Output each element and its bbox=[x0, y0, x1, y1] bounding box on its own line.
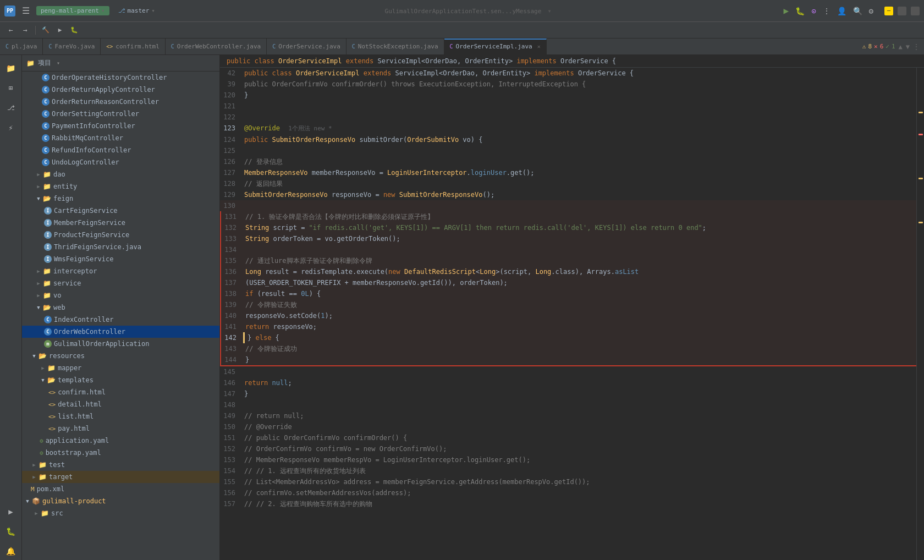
tab-notstockex[interactable]: C NotStockException.java bbox=[346, 39, 444, 55]
maximize-button[interactable]: □ bbox=[898, 7, 906, 15]
close-button[interactable]: ✕ bbox=[911, 7, 920, 15]
tree-item-RabbitMqController[interactable]: C RabbitMqController bbox=[22, 132, 219, 144]
tree-item-pom[interactable]: M pom.xml bbox=[22, 483, 219, 495]
forward-button[interactable]: → bbox=[19, 24, 32, 37]
run-icon[interactable]: ▶ bbox=[783, 6, 789, 16]
line-content: // List<MemberAddressVo> address = membe… bbox=[242, 476, 916, 487]
line-content: // 1. 验证令牌是否合法【令牌的对比和删除必须保证原子性】 bbox=[243, 211, 916, 222]
tab-label: FareVo.java bbox=[54, 43, 95, 50]
tab-close-icon[interactable]: ✕ bbox=[537, 43, 541, 50]
tree-item-UndoLogController[interactable]: C UndoLogController bbox=[22, 156, 219, 168]
tree-item-web[interactable]: ▼ 📂 web bbox=[22, 301, 219, 314]
project-icon[interactable]: 📁 bbox=[2, 59, 20, 77]
line-number: 143 bbox=[221, 343, 243, 354]
coverage-icon[interactable]: ⊙ bbox=[811, 7, 816, 15]
tree-item-list-html[interactable]: <> list.html bbox=[22, 410, 219, 422]
line-number: 134 bbox=[221, 244, 243, 255]
tab-pl-java[interactable]: C pl.java bbox=[0, 39, 43, 55]
tree-item-OrderSettingController[interactable]: C OrderSettingController bbox=[22, 108, 219, 120]
tree-item-OrderReturnApplyController[interactable]: C OrderReturnApplyController bbox=[22, 84, 219, 96]
tree-item-ThridFeignService[interactable]: I ThridFeignService.java bbox=[22, 241, 219, 253]
line-content: // OrderConfirmVo confirmVo = new OrderC… bbox=[242, 443, 916, 454]
tree-item-OrderWebController[interactable]: C OrderWebController bbox=[22, 326, 219, 338]
tree-item-application-yaml[interactable]: ⚙ application.yaml bbox=[22, 435, 219, 447]
structure-icon[interactable]: ⊞ bbox=[2, 79, 20, 97]
tree-item-MemberFeignService[interactable]: I MemberFeignService bbox=[22, 217, 219, 229]
tree-item-templates[interactable]: ▼ 📂 templates bbox=[22, 374, 219, 386]
tree-label: OrderReturnReasonController bbox=[52, 98, 159, 106]
minimize-button[interactable]: ─ bbox=[884, 7, 893, 15]
code-line-154: 154 // // 1. 远程查询所有的收货地址列表 bbox=[220, 465, 916, 476]
line-content bbox=[242, 200, 916, 211]
run-config-icon[interactable]: ▶ bbox=[53, 24, 67, 37]
tree-item-bootstrap-yaml[interactable]: ⚙ bootstrap.yaml bbox=[22, 447, 219, 459]
tree-item-IndexController[interactable]: C IndexController bbox=[22, 314, 219, 326]
tree-label: gulimall-product bbox=[42, 497, 106, 505]
tree-label: OrderSettingController bbox=[52, 110, 139, 118]
code-line-134: 134 bbox=[220, 244, 916, 255]
branch-badge[interactable]: ⎇ master ▾ bbox=[118, 7, 155, 14]
tree-item-service[interactable]: ▶ 📁 service bbox=[22, 277, 219, 289]
tab-orderwebctrl[interactable]: C OrderWebController.java bbox=[166, 39, 267, 55]
tree-item-resources[interactable]: ▼ 📂 resources bbox=[22, 350, 219, 362]
notifications-icon[interactable]: 🔔 bbox=[2, 542, 20, 560]
tree-item-pay-html[interactable]: <> pay.html bbox=[22, 422, 219, 435]
interface-icon: I bbox=[44, 207, 52, 215]
tree-item-mapper[interactable]: ▶ 📁 mapper bbox=[22, 362, 219, 374]
yaml-file-icon: ⚙ bbox=[40, 449, 43, 457]
tab-bar: C pl.java C FareVo.java <> confirm.html … bbox=[0, 39, 924, 55]
settings-icon[interactable]: ⚙ bbox=[869, 7, 873, 15]
tab-orderserviceimpl[interactable]: C OrderServiceImpl.java ✕ bbox=[444, 39, 547, 55]
tree-item-vo[interactable]: ▶ 📁 vo bbox=[22, 289, 219, 301]
code-line-127: 127 MemberResponseVo memberResponseVo = … bbox=[220, 167, 916, 178]
code-line-140: 140 responseVo.setCode(1); bbox=[220, 310, 916, 321]
run-icon[interactable]: ▶ bbox=[2, 503, 20, 520]
debug-run-icon[interactable]: 🐛 bbox=[68, 24, 81, 37]
tree-item-target[interactable]: ▶ 📁 target bbox=[22, 471, 219, 483]
line-number: 152 bbox=[220, 443, 242, 454]
java-file-icon: C bbox=[450, 43, 453, 50]
project-icon-small: 📁 bbox=[26, 59, 35, 67]
build-icon[interactable]: 🔨 bbox=[39, 24, 52, 37]
tree-item-GulimallOrderApplication[interactable]: m GulimallOrderApplication bbox=[22, 338, 219, 350]
class-icon: C bbox=[42, 122, 50, 130]
tree-label: application.yaml bbox=[46, 437, 109, 444]
tree-item-WmsFeignService[interactable]: I WmsFeignService bbox=[22, 253, 219, 265]
tab-farevo[interactable]: C FareVo.java bbox=[43, 39, 101, 55]
tree-item-CartFeignService[interactable]: I CartFeignService bbox=[22, 205, 219, 217]
right-gutter bbox=[916, 68, 924, 560]
tree-item-RefundInfoController[interactable]: C RefundInfoController bbox=[22, 144, 219, 156]
account-icon[interactable]: 👤 bbox=[837, 7, 846, 15]
tree-label: templates bbox=[58, 376, 94, 384]
tab-orderservice[interactable]: C OrderService.java bbox=[267, 39, 346, 55]
back-button[interactable]: ← bbox=[4, 24, 18, 37]
plugins-icon[interactable]: ⚡ bbox=[2, 119, 20, 136]
project-badge[interactable]: peng-mall-parent ▾ bbox=[36, 6, 109, 15]
tree-item-gulimall-product[interactable]: ▼ 📦 gulimall-product bbox=[22, 495, 219, 507]
tree-item-entity[interactable]: ▶ 📁 entity bbox=[22, 180, 219, 193]
tree-item-confirm-html[interactable]: <> confirm.html bbox=[22, 386, 219, 398]
code-line-131: 131 // 1. 验证令牌是否合法【令牌的对比和删除必须保证原子性】 bbox=[220, 211, 916, 222]
line-number: 124 bbox=[220, 134, 242, 145]
tree-item-ProductFeignService[interactable]: I ProductFeignService bbox=[22, 229, 219, 241]
tree-item-dao[interactable]: ▶ 📁 dao bbox=[22, 168, 219, 180]
tree-item-detail-html[interactable]: <> detail.html bbox=[22, 398, 219, 410]
code-scroll-area[interactable]: 42 public class OrderServiceImpl extends… bbox=[220, 68, 916, 560]
tree-item-OrderOperateHistoryController[interactable]: C OrderOperateHistoryController bbox=[22, 72, 219, 84]
debug-icon[interactable]: 🐛 bbox=[795, 7, 805, 15]
tree-item-interceptor[interactable]: ▶ 📁 interceptor bbox=[22, 265, 219, 277]
tree-item-feign[interactable]: ▼ 📂 feign bbox=[22, 193, 219, 205]
tree-item-OrderReturnReasonController[interactable]: C OrderReturnReasonController bbox=[22, 96, 219, 108]
tree-item-PaymentInfoController[interactable]: C PaymentInfoController bbox=[22, 120, 219, 132]
code-line-135: 135 // 通过lure脚本原子验证令牌和删除令牌 bbox=[220, 255, 916, 266]
tree-item-test[interactable]: ▶ 📁 test bbox=[22, 459, 219, 471]
hamburger-menu[interactable]: ☰ bbox=[20, 3, 32, 18]
debug-icon[interactable]: 🐛 bbox=[2, 523, 20, 540]
more-icon[interactable]: ⋮ bbox=[823, 7, 831, 15]
tree-item-src[interactable]: ▶ 📁 src bbox=[22, 507, 219, 519]
code-line-133: 133 String orderToken = vo.getOrderToken… bbox=[220, 233, 916, 244]
code-line-155: 155 // List<MemberAddressVo> address = m… bbox=[220, 476, 916, 487]
search-icon[interactable]: 🔍 bbox=[853, 7, 862, 15]
tab-confirm[interactable]: <> confirm.html bbox=[101, 39, 166, 55]
vcs-icon[interactable]: ⎇ bbox=[2, 99, 20, 117]
